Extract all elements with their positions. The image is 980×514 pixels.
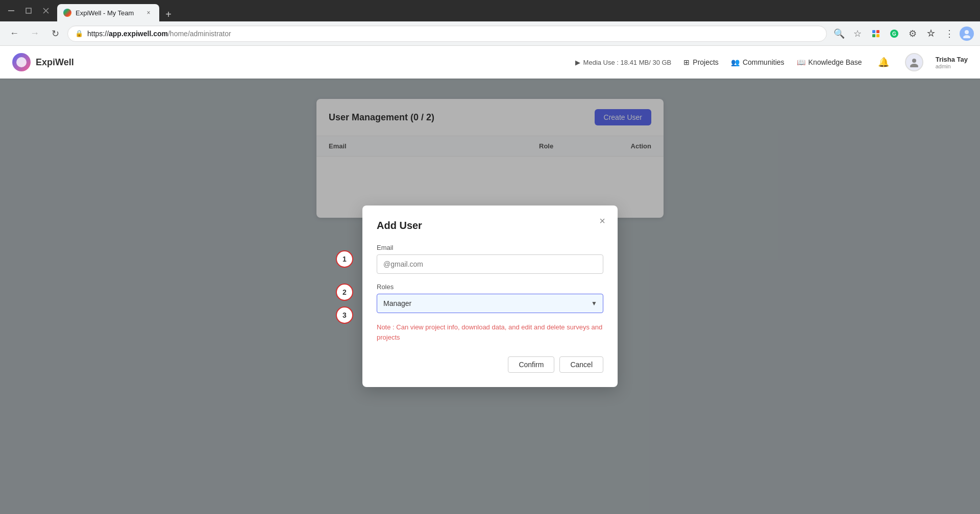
svg-point-10 bbox=[965, 30, 969, 34]
svg-rect-0 bbox=[8, 10, 14, 11]
favorites-button[interactable] bbox=[923, 25, 939, 42]
media-use: ▶ Media Use : 18.41 MB/ 30 GB bbox=[575, 59, 672, 66]
modal-overlay: × Add User Email Roles Admin bbox=[0, 79, 980, 514]
annotation-number: 2 bbox=[342, 288, 347, 296]
roles-form-group: Roles Admin Manager Viewer ▼ bbox=[377, 283, 603, 313]
search-icon: 🔍 bbox=[834, 28, 845, 39]
svg-rect-5 bbox=[876, 30, 879, 33]
settings-button[interactable]: ⚙ bbox=[904, 25, 921, 42]
user-role: admin bbox=[936, 63, 951, 69]
annotation-3: 3 bbox=[336, 306, 353, 324]
refresh-icon: ↻ bbox=[52, 28, 59, 39]
annotation-1: 1 bbox=[336, 250, 353, 268]
svg-rect-6 bbox=[872, 34, 875, 37]
add-user-modal: × Add User Email Roles Admin bbox=[362, 205, 618, 387]
bell-icon: 🔔 bbox=[878, 57, 889, 68]
back-button[interactable]: ← bbox=[6, 25, 22, 42]
refresh-button[interactable]: ↻ bbox=[47, 25, 63, 42]
tab-bar: ExpiWell - My Team × + bbox=[57, 0, 976, 21]
active-tab[interactable]: ExpiWell - My Team × bbox=[57, 4, 159, 21]
email-form-group: Email bbox=[377, 244, 603, 274]
book-icon: 📖 bbox=[797, 58, 805, 66]
confirm-button[interactable]: Confirm bbox=[508, 356, 554, 373]
app-header: ExpiWell ▶ Media Use : 18.41 MB/ 30 GB ⊞… bbox=[0, 46, 980, 79]
user-name: Trisha Tay bbox=[936, 56, 968, 63]
projects-link[interactable]: ⊞ Projects bbox=[683, 58, 719, 66]
browser-titlebar: ExpiWell - My Team × + bbox=[0, 0, 980, 21]
user-info: Trisha Tay admin bbox=[936, 56, 968, 69]
browser-toolbar: ← → ↻ 🔒 https://app.expiwell.com/home/ad… bbox=[0, 21, 980, 46]
profile-button[interactable] bbox=[960, 27, 974, 41]
tab-close-icon[interactable]: × bbox=[144, 8, 153, 17]
cancel-button[interactable]: Cancel bbox=[559, 356, 603, 373]
bookmark-star-button[interactable]: ☆ bbox=[849, 25, 866, 42]
annotation-number: 1 bbox=[342, 255, 347, 263]
address-bar[interactable]: 🔒 https://app.expiwell.com/home/administ… bbox=[67, 25, 827, 42]
media-icon: ▶ bbox=[575, 59, 580, 66]
new-tab-button[interactable]: + bbox=[161, 7, 176, 21]
svg-text:G: G bbox=[892, 31, 896, 37]
grid-icon: ⊞ bbox=[683, 58, 690, 66]
url-path: /home/administrator bbox=[168, 30, 231, 38]
svg-point-11 bbox=[963, 35, 970, 38]
logo-inner bbox=[16, 57, 27, 67]
maximize-button[interactable] bbox=[21, 4, 36, 18]
toolbar-actions: 🔍 ☆ G ⚙ ⋮ bbox=[831, 25, 974, 42]
modal-footer: Confirm Cancel bbox=[377, 354, 603, 373]
svg-point-13 bbox=[910, 64, 918, 67]
svg-rect-1 bbox=[26, 8, 31, 13]
role-note: Note : Can view project info, download d… bbox=[377, 322, 603, 342]
forward-icon: → bbox=[30, 28, 39, 39]
roles-label: Roles bbox=[377, 283, 603, 291]
main-content: User Management (0 / 2) Create User Emai… bbox=[0, 79, 980, 514]
lock-icon: 🔒 bbox=[75, 30, 83, 37]
tab-title: ExpiWell - My Team bbox=[76, 9, 134, 17]
url-prefix: https:// bbox=[87, 30, 109, 38]
browser-frame: ExpiWell - My Team × + ← → ↻ 🔒 https://a… bbox=[0, 0, 980, 514]
communities-label: Communities bbox=[743, 58, 785, 66]
app-logo: ExpiWell bbox=[12, 53, 74, 71]
user-avatar[interactable] bbox=[905, 53, 923, 71]
svg-point-12 bbox=[912, 59, 916, 63]
logo-text: ExpiWell bbox=[36, 57, 74, 68]
email-input[interactable] bbox=[377, 254, 603, 274]
communities-link[interactable]: 👥 Communities bbox=[731, 58, 785, 66]
notifications-button[interactable]: 🔔 bbox=[874, 53, 893, 71]
more-icon: ⋮ bbox=[945, 28, 954, 39]
url-host: app.expiwell.com bbox=[109, 30, 168, 38]
close-icon: × bbox=[599, 215, 605, 227]
svg-rect-4 bbox=[872, 30, 875, 33]
role-select[interactable]: Admin Manager Viewer bbox=[377, 294, 603, 313]
forward-button[interactable]: → bbox=[27, 25, 43, 42]
close-button[interactable] bbox=[39, 4, 53, 18]
modal-close-button[interactable]: × bbox=[595, 214, 609, 228]
new-tab-icon: + bbox=[165, 9, 172, 20]
role-select-wrapper: Admin Manager Viewer ▼ bbox=[377, 294, 603, 313]
people-icon: 👥 bbox=[731, 58, 740, 66]
minimize-button[interactable] bbox=[4, 4, 18, 18]
back-icon: ← bbox=[10, 28, 19, 39]
projects-label: Projects bbox=[693, 58, 719, 66]
modal-title: Add User bbox=[377, 220, 603, 232]
logo-icon bbox=[12, 53, 31, 71]
knowledge-base-link[interactable]: 📖 Knowledge Base bbox=[797, 58, 862, 66]
star-icon: ☆ bbox=[853, 28, 862, 39]
more-button[interactable]: ⋮ bbox=[941, 25, 958, 42]
app-container: ExpiWell ▶ Media Use : 18.41 MB/ 30 GB ⊞… bbox=[0, 46, 980, 514]
media-use-label: Media Use : 18.41 MB/ 30 GB bbox=[583, 59, 672, 66]
settings-icon: ⚙ bbox=[909, 28, 917, 39]
search-icon-button[interactable]: 🔍 bbox=[831, 25, 847, 42]
tab-favicon bbox=[63, 9, 71, 17]
svg-rect-7 bbox=[876, 34, 879, 37]
address-text: https://app.expiwell.com/home/administra… bbox=[87, 30, 231, 38]
header-nav: ▶ Media Use : 18.41 MB/ 30 GB ⊞ Projects… bbox=[575, 53, 968, 71]
annotation-2: 2 bbox=[336, 284, 353, 301]
email-label: Email bbox=[377, 244, 603, 251]
browser-window-controls bbox=[4, 4, 53, 18]
grammarly-button[interactable]: G bbox=[886, 25, 902, 42]
browser-extensions-button[interactable] bbox=[868, 25, 884, 42]
knowledge-base-label: Knowledge Base bbox=[808, 58, 862, 66]
annotation-number: 3 bbox=[342, 311, 347, 319]
